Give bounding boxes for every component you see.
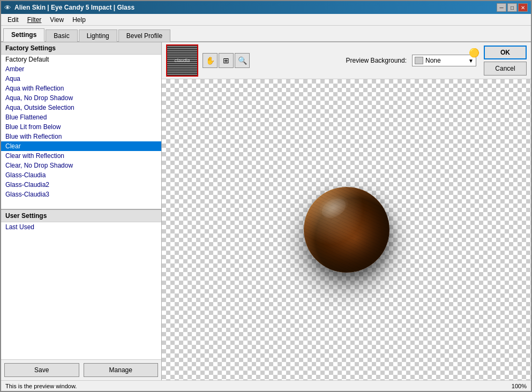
title-bar-left: 👁 Alien Skin | Eye Candy 5 Impact | Glas… <box>4 4 134 12</box>
tab-settings[interactable]: Settings <box>3 28 44 42</box>
compare-tool-button[interactable]: ⊞ <box>219 53 234 68</box>
main-window: 👁 Alien Skin | Eye Candy 5 Impact | Glas… <box>0 0 532 392</box>
close-button[interactable]: ✕ <box>518 3 528 12</box>
tab-bevel-profile[interactable]: Bevel Profile <box>118 29 170 42</box>
list-item-blue-flattened[interactable]: Blue Flattened <box>1 112 161 122</box>
pan-tool-button[interactable]: ✋ <box>203 53 218 68</box>
status-bar: This is the preview window. 100% <box>1 380 531 391</box>
user-settings-section: User Settings Last Used <box>1 209 161 359</box>
ok-button-wrap: 🟡 OK <box>484 46 527 59</box>
preview-bg-label: Preview Background: <box>346 57 407 64</box>
right-panel: claudia ✋ ⊞ 🔍 Preview Background: None ▼ <box>162 42 531 380</box>
list-item-aqua[interactable]: Aqua <box>1 74 161 84</box>
factory-settings-list[interactable]: Factory Default Amber Aqua Aqua with Ref… <box>1 55 161 209</box>
zoom-tool-button[interactable]: 🔍 <box>235 53 250 68</box>
minimize-button[interactable]: ─ <box>497 3 506 12</box>
menu-help[interactable]: Help <box>68 15 90 25</box>
preview-bg-select[interactable]: None ▼ <box>412 55 476 66</box>
menu-filter[interactable]: Filter <box>23 15 46 25</box>
list-item-aqua-no-drop[interactable]: Aqua, No Drop Shadow <box>1 93 161 103</box>
list-item-clear-no-drop[interactable]: Clear, No Drop Shadow <box>1 161 161 170</box>
factory-settings-section: Factory Settings Factory Default Amber A… <box>1 42 161 209</box>
user-settings-header: User Settings <box>1 210 161 222</box>
preview-area <box>162 79 531 380</box>
list-item-blue-reflection[interactable]: Blue with Reflection <box>1 132 161 141</box>
menu-bar: Edit Filter View Help <box>1 14 531 26</box>
tab-lighting[interactable]: Lighting <box>79 29 117 42</box>
list-item-blue-lit[interactable]: Blue Lit from Below <box>1 122 161 132</box>
list-item-clear-reflection[interactable]: Clear with Reflection <box>1 151 161 161</box>
list-item-glass-claudia3[interactable]: Glass-Claudia3 <box>1 190 161 199</box>
maximize-button[interactable]: □ <box>507 3 517 12</box>
list-item-glass-claudia2[interactable]: Glass-Claudia2 <box>1 180 161 190</box>
bottom-buttons: Save Manage <box>1 359 161 380</box>
glass-ball-preview <box>304 187 389 273</box>
factory-settings-header: Factory Settings <box>1 42 161 55</box>
list-item-aqua-outside[interactable]: Aqua, Outside Selection <box>1 103 161 112</box>
content-area: Factory Settings Factory Default Amber A… <box>1 42 531 380</box>
preview-toolbar: claudia ✋ ⊞ 🔍 Preview Background: None ▼ <box>162 42 531 79</box>
title-controls: ─ □ ✕ <box>497 3 528 12</box>
preview-bg-value: None <box>425 57 468 64</box>
tool-icons: ✋ ⊞ 🔍 <box>203 53 250 68</box>
menu-view[interactable]: View <box>46 15 68 25</box>
ok-button[interactable]: OK <box>484 46 527 59</box>
zoom-level: 100% <box>512 383 527 389</box>
window-title: Alien Skin | Eye Candy 5 Impact | Glass <box>14 4 134 11</box>
save-button[interactable]: Save <box>4 363 79 377</box>
preview-bg-swatch <box>415 57 423 64</box>
app-icon: 👁 <box>4 4 11 12</box>
menu-edit[interactable]: Edit <box>3 15 23 25</box>
checkered-background <box>162 79 531 380</box>
list-item-aqua-reflection[interactable]: Aqua with Reflection <box>1 84 161 93</box>
ok-cancel-area: 🟡 OK Cancel <box>484 46 527 76</box>
preview-bg-arrow-icon: ▼ <box>468 58 474 64</box>
status-text: This is the preview window. <box>5 383 77 389</box>
title-bar: 👁 Alien Skin | Eye Candy 5 Impact | Glas… <box>1 1 531 14</box>
list-item-glass-claudia[interactable]: Glass-Claudia <box>1 170 161 180</box>
list-item-amber[interactable]: Amber <box>1 64 161 74</box>
tab-basic[interactable]: Basic <box>46 29 77 42</box>
ok-icon: 🟡 <box>469 48 479 58</box>
list-item-clear[interactable]: Clear <box>1 141 161 151</box>
preview-thumbnail: claudia <box>166 44 198 77</box>
manage-button[interactable]: Manage <box>84 363 159 377</box>
list-item-factory-default[interactable]: Factory Default <box>1 55 161 64</box>
left-panel: Factory Settings Factory Default Amber A… <box>1 42 162 380</box>
list-item-last-used[interactable]: Last Used <box>1 222 161 232</box>
tabs-bar: Settings Basic Lighting Bevel Profile <box>1 26 531 42</box>
cancel-button[interactable]: Cancel <box>484 62 527 76</box>
